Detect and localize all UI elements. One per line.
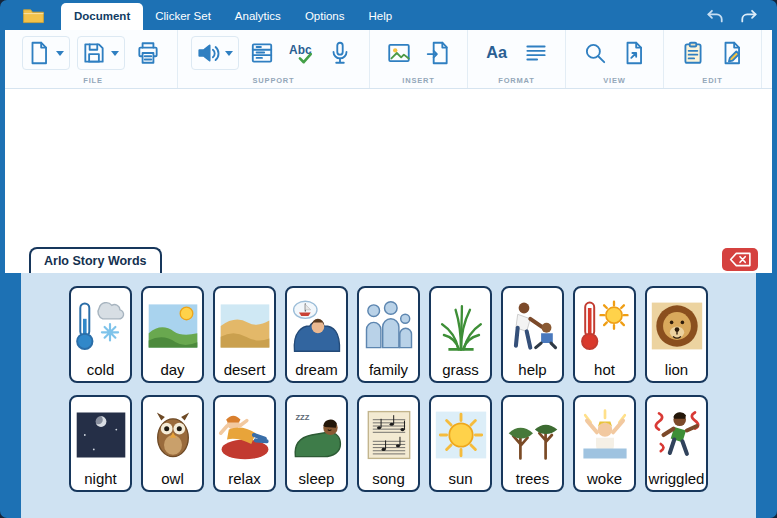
ribbon-group-label: INSERT bbox=[370, 76, 467, 85]
word-grid: cold day bbox=[21, 273, 756, 518]
ribbon-group-insert: INSERT bbox=[370, 30, 468, 88]
text-style-button[interactable]: Aa bbox=[481, 37, 513, 69]
alignment-button[interactable] bbox=[520, 37, 552, 69]
word-card-day[interactable]: day bbox=[141, 286, 204, 383]
word-label: desert bbox=[223, 362, 267, 381]
delete-button[interactable] bbox=[722, 248, 758, 271]
tab-help[interactable]: Help bbox=[357, 10, 405, 30]
alignment-icon bbox=[523, 40, 549, 66]
word-label: grass bbox=[441, 362, 480, 381]
speak-button[interactable] bbox=[191, 36, 239, 70]
lion-face-icon bbox=[647, 288, 706, 362]
word-card-trees[interactable]: trees bbox=[501, 395, 564, 492]
tab-clicker-set[interactable]: Clicker Set bbox=[143, 10, 223, 30]
word-card-dream[interactable]: dream bbox=[285, 286, 348, 383]
sheet-music-icon bbox=[359, 397, 418, 471]
zoom-button[interactable] bbox=[579, 37, 611, 69]
ribbon-group-view: VIEW bbox=[566, 30, 664, 88]
word-card-hot[interactable]: hot bbox=[573, 286, 636, 383]
word-card-sleep[interactable]: ZZZ sleep bbox=[285, 395, 348, 492]
word-card-sun[interactable]: sun bbox=[429, 395, 492, 492]
grid-row-1: cold day bbox=[21, 286, 756, 383]
app-window: Document Clicker Set Analytics Options H… bbox=[0, 0, 777, 518]
word-card-night[interactable]: night bbox=[69, 395, 132, 492]
edit-document-button[interactable] bbox=[716, 37, 748, 69]
word-card-lion[interactable]: lion bbox=[645, 286, 708, 383]
word-bank-button[interactable] bbox=[246, 37, 278, 69]
ribbon-group-label: SUPPORT bbox=[178, 76, 369, 85]
word-card-woke[interactable]: woke bbox=[573, 395, 636, 492]
grass-tuft-icon bbox=[431, 288, 490, 362]
print-icon bbox=[135, 40, 161, 66]
owl-icon bbox=[143, 397, 202, 471]
svg-text:Aa: Aa bbox=[486, 43, 508, 61]
thermometer-sun-icon bbox=[575, 288, 634, 362]
page-view-icon bbox=[621, 40, 647, 66]
word-bank-tabstrip: Arlo Story Words bbox=[5, 247, 772, 273]
tab-options[interactable]: Options bbox=[293, 10, 357, 30]
backspace-icon bbox=[729, 252, 752, 267]
ribbon-group-support: Abc SUPPORT bbox=[178, 30, 370, 88]
word-label: hot bbox=[593, 362, 616, 381]
insert-picture-button[interactable] bbox=[383, 37, 415, 69]
ribbon-group-label: EDIT bbox=[664, 76, 761, 85]
spellcheck-icon: Abc bbox=[288, 40, 314, 66]
content-area: FILE Abc bbox=[5, 30, 772, 273]
word-label: cold bbox=[86, 362, 116, 381]
paste-button[interactable] bbox=[677, 37, 709, 69]
page-view-button[interactable] bbox=[618, 37, 650, 69]
redo-button[interactable] bbox=[738, 9, 759, 25]
redo-icon bbox=[738, 9, 759, 25]
person-in-sleeping-bag-icon: ZZZ bbox=[287, 397, 346, 471]
word-card-grass[interactable]: grass bbox=[429, 286, 492, 383]
sand-dunes-icon bbox=[215, 288, 274, 362]
magnifier-icon bbox=[582, 40, 608, 66]
edit-document-icon bbox=[719, 40, 745, 66]
text-style-icon: Aa bbox=[484, 40, 510, 66]
speaker-icon bbox=[195, 40, 221, 66]
chevron-down-icon[interactable] bbox=[56, 51, 64, 56]
word-card-help[interactable]: help bbox=[501, 286, 564, 383]
sun-icon bbox=[431, 397, 490, 471]
word-card-family[interactable]: family bbox=[357, 286, 420, 383]
night-sky-moon-icon bbox=[71, 397, 130, 471]
word-bank-tab[interactable]: Arlo Story Words bbox=[29, 247, 162, 273]
new-document-icon bbox=[26, 40, 52, 66]
grid-row-2: night owl bbox=[21, 395, 756, 492]
tab-document[interactable]: Document bbox=[61, 3, 143, 30]
ribbon-group-label: FILE bbox=[9, 76, 177, 85]
word-label: woke bbox=[586, 471, 623, 490]
word-card-song[interactable]: song bbox=[357, 395, 420, 492]
chevron-down-icon[interactable] bbox=[225, 51, 233, 56]
ribbon-group-label: FORMAT bbox=[468, 76, 565, 85]
person-helping-child-icon bbox=[503, 288, 562, 362]
thermometer-snowflake-icon bbox=[71, 288, 130, 362]
chevron-down-icon[interactable] bbox=[111, 51, 119, 56]
picture-icon bbox=[386, 40, 412, 66]
insert-document-button[interactable] bbox=[422, 37, 454, 69]
save-button[interactable] bbox=[77, 36, 125, 70]
spellcheck-button[interactable]: Abc bbox=[285, 37, 317, 69]
word-card-desert[interactable]: desert bbox=[213, 286, 276, 383]
new-document-button[interactable] bbox=[22, 36, 70, 70]
word-card-wriggled[interactable]: wriggled bbox=[645, 395, 708, 492]
word-label: help bbox=[517, 362, 547, 381]
daytime-landscape-icon bbox=[143, 288, 202, 362]
word-label: family bbox=[368, 362, 409, 381]
document-area[interactable] bbox=[5, 89, 772, 247]
ribbon-group-label: VIEW bbox=[566, 76, 663, 85]
word-label: song bbox=[371, 471, 406, 490]
open-folder-button[interactable] bbox=[22, 7, 45, 24]
record-button[interactable] bbox=[324, 37, 356, 69]
word-card-relax[interactable]: relax bbox=[213, 395, 276, 492]
ribbon-group-format: Aa FORMAT bbox=[468, 30, 566, 88]
print-button[interactable] bbox=[132, 37, 164, 69]
word-label: dream bbox=[294, 362, 339, 381]
undo-button[interactable] bbox=[705, 9, 726, 25]
word-card-cold[interactable]: cold bbox=[69, 286, 132, 383]
word-label: sleep bbox=[298, 471, 336, 490]
ribbon-group-edit: EDIT bbox=[664, 30, 762, 88]
tab-analytics[interactable]: Analytics bbox=[223, 10, 293, 30]
word-card-owl[interactable]: owl bbox=[141, 395, 204, 492]
word-label: night bbox=[83, 471, 118, 490]
